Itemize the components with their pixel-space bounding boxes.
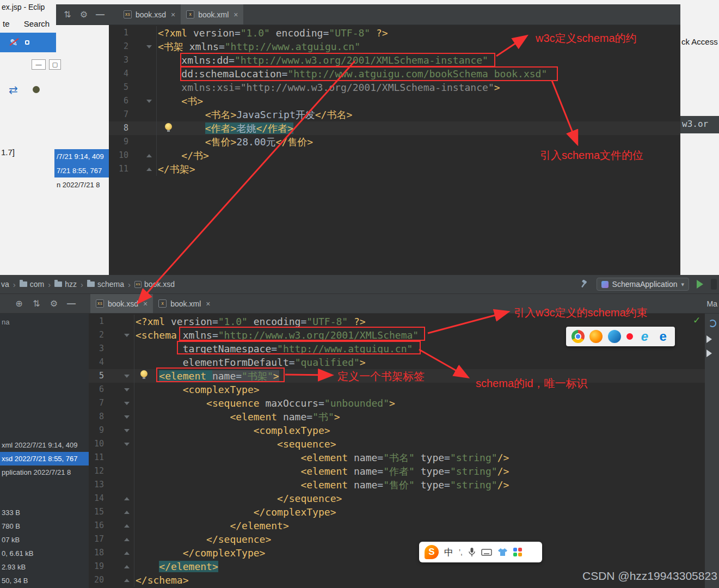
fold-gutter[interactable] xyxy=(104,396,134,410)
fold-marker-icon[interactable] xyxy=(124,497,130,500)
fold-gutter[interactable] xyxy=(104,410,134,424)
fold-marker-icon[interactable] xyxy=(124,524,130,528)
keyboard-icon[interactable] xyxy=(481,548,492,556)
quick-access-label[interactable]: ck Access xyxy=(681,37,718,46)
file-size-row[interactable]: 780 B xyxy=(0,519,89,533)
fold-marker-icon[interactable] xyxy=(124,334,130,337)
file-size-row[interactable]: 07 kB xyxy=(0,533,89,547)
eclipse-menu-search[interactable]: Search xyxy=(24,19,50,28)
toolbar-box-icon[interactable] xyxy=(25,40,29,45)
tab-book.xsd[interactable]: xsbook.xsd× xyxy=(90,294,153,313)
fold-marker-icon[interactable] xyxy=(124,511,130,514)
fold-gutter xyxy=(104,451,134,464)
fold-marker-icon[interactable] xyxy=(124,552,130,555)
fold-marker-icon[interactable] xyxy=(146,45,152,48)
fold-marker-icon[interactable] xyxy=(124,402,130,405)
breadcrumb-va[interactable]: va xyxy=(1,280,9,289)
hammer-icon[interactable] xyxy=(580,280,589,289)
microphone-icon[interactable] xyxy=(468,547,476,557)
fold-gutter[interactable] xyxy=(104,519,134,532)
view-minimize-button[interactable]: — xyxy=(32,59,46,70)
fold-marker-icon[interactable] xyxy=(124,538,130,541)
fold-gutter[interactable] xyxy=(104,492,134,505)
opera-icon[interactable] xyxy=(626,333,633,340)
tab-book.xml[interactable]: xbook.xml× xyxy=(181,4,243,24)
firefox-icon[interactable] xyxy=(589,330,603,343)
tab-close-icon[interactable]: × xyxy=(206,299,210,308)
line-number: 11 xyxy=(89,451,104,464)
eclipse-menu-fragment[interactable]: te xyxy=(3,19,10,28)
fold-gutter[interactable] xyxy=(104,560,134,573)
fold-gutter[interactable] xyxy=(104,328,134,342)
intention-bulb-icon[interactable] xyxy=(140,370,148,377)
file-size-row[interactable]: 0, 6.61 kB xyxy=(0,547,89,560)
ime-punctuation-toggle[interactable]: ’, xyxy=(459,548,463,556)
run-button[interactable] xyxy=(697,280,703,289)
gear-icon[interactable]: ⚙ xyxy=(47,298,61,309)
fold-gutter[interactable] xyxy=(128,162,157,176)
tab-book.xml[interactable]: xbook.xml× xyxy=(153,294,216,313)
fold-gutter[interactable] xyxy=(104,532,134,546)
collapse-icon[interactable]: ⇅ xyxy=(60,9,75,20)
tab-close-icon[interactable]: × xyxy=(171,10,175,19)
breadcrumb-com[interactable]: com xyxy=(20,280,44,289)
fold-marker-icon[interactable] xyxy=(124,565,130,568)
fold-marker-icon[interactable] xyxy=(124,375,130,378)
maven-tool-label[interactable]: Ma xyxy=(707,299,719,308)
fold-marker-icon[interactable] xyxy=(124,415,130,419)
collapse-icon[interactable]: ⇅ xyxy=(29,298,44,309)
file-row[interactable]: xml 2022/7/21 9:14, 409 xyxy=(0,438,89,452)
minimize-icon[interactable]: — xyxy=(93,10,107,20)
refresh-icon[interactable] xyxy=(709,320,716,327)
book-xsd-editor[interactable]: 1<?xml version="1.0" encoding="UTF-8" ?>… xyxy=(89,314,705,588)
file-row[interactable]: xsd 2022/7/21 8:55, 767 xyxy=(0,452,89,465)
ie-icon[interactable] xyxy=(638,330,652,343)
fold-marker-icon[interactable] xyxy=(124,388,130,391)
fold-gutter[interactable] xyxy=(128,149,157,162)
fold-marker-icon[interactable] xyxy=(124,443,130,446)
locate-target-icon[interactable]: ⊕ xyxy=(12,298,26,309)
no-edit-icon[interactable]: ✎ xyxy=(10,37,17,48)
sync-arrows-icon[interactable]: ⇄ xyxy=(9,83,18,96)
fold-gutter[interactable] xyxy=(104,437,134,451)
fold-gutter[interactable] xyxy=(104,383,134,396)
fold-gutter[interactable] xyxy=(104,573,134,587)
fold-gutter[interactable] xyxy=(104,505,134,519)
breadcrumb-hzz[interactable]: hzz xyxy=(54,280,77,289)
breadcrumb-book.xsd[interactable]: xsbook.xsd xyxy=(134,280,175,289)
fold-gutter[interactable] xyxy=(104,546,134,560)
minimize-icon[interactable]: — xyxy=(64,299,78,309)
edge-icon[interactable] xyxy=(608,330,621,343)
ime-language-toggle[interactable]: 中 xyxy=(444,546,453,559)
sogou-logo-icon[interactable]: S xyxy=(425,545,439,559)
cut-toolbar-icon[interactable] xyxy=(711,279,717,290)
ime-apps-grid-icon[interactable] xyxy=(513,548,522,556)
tab-close-icon[interactable]: × xyxy=(143,299,148,308)
intention-bulb-icon[interactable] xyxy=(165,123,172,130)
file-size-row[interactable]: 50, 34 B xyxy=(0,574,89,587)
file-size-row[interactable]: 2.93 kB xyxy=(0,560,89,574)
fold-gutter[interactable] xyxy=(104,424,134,437)
tool-play-icon[interactable] xyxy=(706,350,712,357)
fold-gutter[interactable] xyxy=(128,40,157,53)
tab-close-icon[interactable]: × xyxy=(233,10,238,19)
file-size-row[interactable]: 333 B xyxy=(0,506,89,519)
file-row[interactable]: pplication 2022/7/21 8 xyxy=(0,465,89,479)
skin-shirt-icon[interactable] xyxy=(497,548,508,556)
fold-gutter[interactable] xyxy=(128,94,157,108)
fold-marker-icon[interactable] xyxy=(146,154,152,157)
tab-book.xsd[interactable]: xsbook.xsd× xyxy=(118,4,181,24)
fold-marker-icon[interactable] xyxy=(146,168,152,171)
tool-play-icon[interactable] xyxy=(706,335,712,343)
run-configuration-select[interactable]: SchemaApplication ▾ xyxy=(597,278,689,291)
breakpoint-dot-icon[interactable] xyxy=(33,86,40,93)
fold-marker-icon[interactable] xyxy=(124,579,130,582)
breadcrumb-schema[interactable]: schema xyxy=(87,280,124,289)
fold-gutter[interactable] xyxy=(104,369,134,383)
chrome-icon[interactable] xyxy=(571,330,585,343)
fold-marker-icon[interactable] xyxy=(124,429,130,432)
inspection-ok-icon[interactable]: ✓ xyxy=(693,315,700,326)
edge-blue-icon[interactable] xyxy=(656,330,669,343)
fold-marker-icon[interactable] xyxy=(146,100,152,103)
gear-icon[interactable]: ⚙ xyxy=(77,9,91,20)
